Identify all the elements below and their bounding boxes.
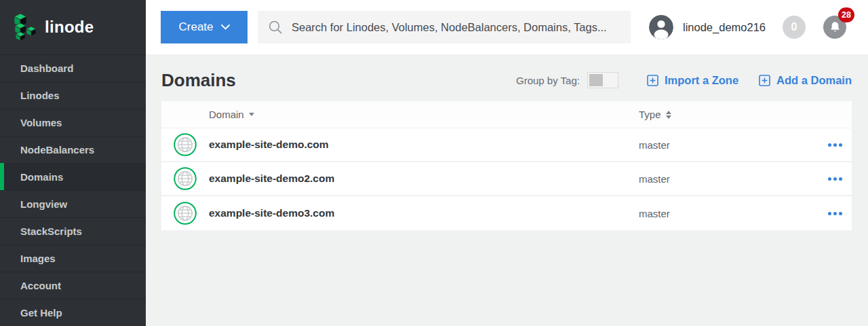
domain-name-link[interactable]: example-site-demo.com	[209, 139, 639, 151]
sidebar-item[interactable]: NodeBalancers	[0, 136, 146, 163]
sort-both-icon	[666, 111, 671, 119]
table-row[interactable]: example-site-demo.com master	[161, 128, 852, 162]
domain-type: master	[639, 173, 810, 185]
sidebar-item[interactable]: Account	[0, 272, 146, 299]
sidebar-item-label: Linodes	[20, 90, 60, 101]
row-actions-cell	[810, 208, 852, 219]
column-header-domain-label: Domain	[209, 109, 244, 120]
page-action-label: Import a Zone	[665, 74, 738, 87]
pending-count-badge[interactable]: 0	[783, 16, 806, 39]
sidebar-item-label: StackScripts	[20, 225, 82, 237]
group-by-tag-toggle[interactable]	[587, 72, 618, 88]
sidebar-item-label: Images	[20, 253, 56, 264]
globe-icon	[174, 167, 197, 190]
sidebar: linode Dashboard Linodes Volumes NodeBal…	[0, 0, 146, 326]
domain-type: master	[639, 208, 810, 219]
sidebar-item[interactable]: Linodes	[0, 82, 146, 109]
row-icon-cell	[161, 167, 209, 190]
linode-cubes-icon	[12, 13, 39, 41]
create-button-label: Create	[178, 20, 213, 34]
topbar: Create linode_demo216 0	[146, 0, 868, 54]
search-input[interactable]	[283, 11, 631, 43]
sidebar-item-label: Volumes	[20, 117, 62, 128]
domain-name-link[interactable]: example-site-demo2.com	[209, 173, 639, 185]
domain-name-link[interactable]: example-site-demo3.com	[209, 207, 639, 219]
table-header-row: Domain Type	[161, 101, 852, 128]
sidebar-item[interactable]: Volumes	[0, 109, 146, 136]
sidebar-item-label: Dashboard	[20, 62, 73, 74]
notifications: 28	[823, 16, 846, 39]
sidebar-item[interactable]: Dashboard	[0, 54, 146, 82]
sidebar-item-label: Domains	[20, 171, 63, 183]
sidebar-item[interactable]: Longview	[0, 190, 146, 217]
column-header-type[interactable]: Type	[639, 109, 810, 120]
page-action-links: Import a Zone Add a Domain	[618, 74, 852, 87]
plus-square-icon	[647, 75, 658, 86]
column-header-type-label: Type	[639, 109, 661, 120]
domains-table: Domain Type	[161, 101, 852, 230]
sidebar-item[interactable]: Get Help	[0, 299, 146, 326]
page-title: Domains	[161, 70, 236, 91]
sidebar-item-label: NodeBalancers	[20, 144, 94, 156]
sidebar-item[interactable]: StackScripts	[0, 217, 146, 244]
globe-icon	[174, 133, 197, 156]
ellipsis-icon	[828, 143, 831, 147]
chevron-down-icon	[221, 24, 230, 30]
user-menu-button[interactable]: linode_demo216	[649, 15, 766, 39]
row-actions-menu-button[interactable]	[827, 139, 844, 151]
table-row[interactable]: example-site-demo2.com master	[161, 162, 852, 196]
table-row[interactable]: example-site-demo3.com master	[161, 196, 852, 230]
group-by-tag-label: Group by Tag:	[516, 75, 580, 86]
table-body: example-site-demo.com master	[161, 128, 852, 230]
row-icon-cell	[161, 133, 209, 156]
ellipsis-icon	[828, 177, 831, 181]
row-actions-cell	[810, 139, 852, 151]
notification-count-badge: 28	[838, 7, 854, 22]
domain-type: master	[639, 139, 810, 151]
ellipsis-icon	[828, 212, 831, 215]
page-action-link[interactable]: Add a Domain	[759, 74, 852, 87]
sidebar-item[interactable]: Domains	[0, 163, 146, 190]
sidebar-item-label: Account	[20, 280, 61, 291]
create-button[interactable]: Create	[161, 11, 248, 43]
page-action-link[interactable]: Import a Zone	[647, 74, 738, 87]
logo-wordmark: linode	[45, 18, 94, 37]
page-action-label: Add a Domain	[776, 74, 852, 87]
pending-count: 0	[791, 21, 797, 33]
sidebar-item-label: Longview	[20, 198, 67, 210]
column-header-domain[interactable]: Domain	[209, 109, 639, 120]
page-header: Domains Group by Tag: Import a Zone	[161, 69, 852, 92]
content-area: Domains Group by Tag: Import a Zone	[146, 54, 868, 326]
search-icon	[268, 20, 283, 35]
row-actions-menu-button[interactable]	[827, 208, 844, 219]
search-bar	[258, 11, 631, 43]
plus-square-icon	[759, 75, 770, 86]
bell-icon	[829, 21, 841, 33]
avatar	[649, 15, 673, 39]
username: linode_demo216	[683, 21, 766, 34]
row-actions-cell	[810, 173, 852, 185]
sort-desc-icon	[249, 113, 254, 116]
page-controls: Group by Tag: Import a Zone	[516, 72, 852, 88]
toggle-knob	[589, 74, 603, 86]
sidebar-item-label: Get Help	[20, 307, 62, 319]
globe-icon	[174, 202, 197, 225]
linode-logo[interactable]: linode	[0, 0, 146, 54]
row-icon-cell	[161, 202, 209, 225]
row-actions-menu-button[interactable]	[827, 173, 844, 185]
sidebar-item[interactable]: Images	[0, 244, 146, 272]
sidebar-nav: Dashboard Linodes Volumes NodeBalancers …	[0, 54, 146, 326]
